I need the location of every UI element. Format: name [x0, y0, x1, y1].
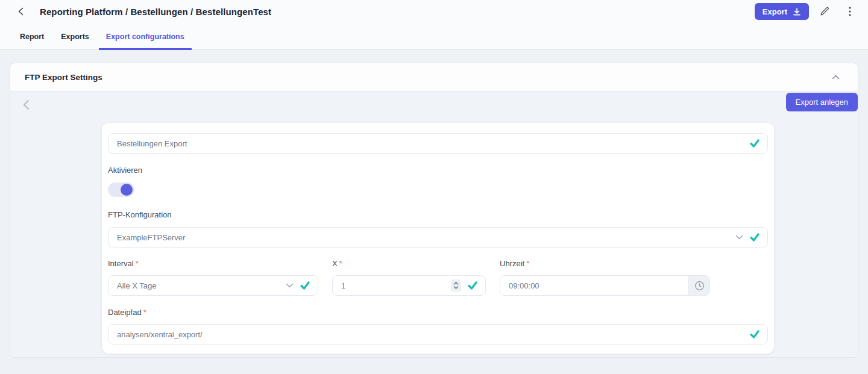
page-title: Reporting Platform / Bestellungen / Best… [40, 7, 271, 17]
export-button[interactable]: Export [755, 3, 809, 20]
back-button[interactable] [13, 4, 28, 19]
required-asterisk: * [339, 259, 342, 268]
export-config-form: Aktivieren FTP-Konfiguration [102, 123, 774, 354]
uhrzeit-column: Uhrzeit* [500, 259, 710, 296]
chevron-down-icon[interactable] [286, 283, 294, 288]
x-column: X* [332, 259, 486, 296]
uhrzeit-field [500, 275, 710, 296]
chevron-up-icon [832, 75, 840, 79]
check-icon [467, 281, 478, 290]
top-region: Reporting Platform / Bestellungen / Best… [0, 0, 868, 50]
x-label: X* [332, 259, 486, 268]
tab-bar: Report Exports Export configurations [0, 22, 868, 50]
chevron-left-icon [18, 7, 24, 16]
kebab-menu-icon [849, 7, 851, 16]
required-asterisk: * [136, 259, 139, 268]
tab-exports-label: Exports [61, 33, 89, 41]
check-icon [749, 329, 760, 339]
required-asterisk: * [526, 259, 529, 268]
check-icon [749, 139, 760, 148]
interval-select[interactable] [108, 275, 318, 296]
ftp-export-settings-panel: FTP Export Settings Export anlegen [10, 63, 858, 358]
tab-report-label: Report [20, 33, 44, 41]
schedule-row: Interval* X* [108, 259, 768, 296]
aktivieren-toggle[interactable] [108, 182, 134, 197]
export-name-field [108, 133, 768, 154]
topbar: Reporting Platform / Bestellungen / Best… [0, 0, 868, 22]
tab-report[interactable]: Report [13, 30, 51, 50]
export-anlegen-button[interactable]: Export anlegen [786, 93, 858, 111]
time-picker-button[interactable] [688, 275, 710, 296]
check-icon [300, 281, 310, 290]
ftp-konfiguration-value[interactable] [117, 233, 735, 242]
chevron-left-icon [23, 99, 30, 110]
export-name-input[interactable] [117, 139, 749, 148]
dateipfad-field [108, 324, 768, 344]
required-asterisk: * [143, 308, 146, 317]
panel-title: FTP Export Settings [25, 73, 102, 82]
panel-body: Export anlegen Aktivieren FTP-Konfigurat… [10, 92, 858, 357]
x-number-input[interactable] [341, 281, 451, 290]
x-number-field [332, 275, 486, 296]
check-icon [749, 232, 760, 242]
previous-page-button[interactable] [19, 98, 33, 112]
toggle-knob [121, 184, 133, 196]
download-icon [793, 8, 801, 16]
tab-exports[interactable]: Exports [54, 30, 96, 50]
ftp-konfiguration-select[interactable] [108, 227, 768, 248]
export-button-label: Export [763, 7, 787, 16]
dateipfad-label: Dateipfad* [108, 308, 768, 317]
panel-header: FTP Export Settings [10, 63, 858, 92]
uhrzeit-input[interactable] [509, 281, 681, 290]
interval-label: Interval* [108, 259, 318, 268]
collapse-panel-button[interactable] [829, 72, 842, 82]
uhrzeit-label: Uhrzeit* [500, 259, 710, 268]
tab-export-configurations-label: Export configurations [106, 33, 184, 41]
stepper-icon[interactable] [451, 279, 461, 291]
chevron-down-icon[interactable] [735, 235, 743, 240]
ftp-konfiguration-label: FTP-Konfiguration [108, 210, 768, 219]
aktivieren-label: Aktivieren [108, 166, 768, 175]
dateipfad-input[interactable] [117, 330, 749, 339]
pencil-icon [820, 7, 829, 16]
more-options-button[interactable] [841, 3, 858, 20]
clock-icon [694, 281, 705, 291]
interval-column: Interval* [108, 259, 318, 296]
interval-value[interactable] [117, 281, 286, 290]
tab-export-configurations[interactable]: Export configurations [99, 30, 192, 50]
page: { "header": { "title": "Reporting Platfo… [0, 0, 868, 374]
edit-button[interactable] [816, 3, 833, 20]
